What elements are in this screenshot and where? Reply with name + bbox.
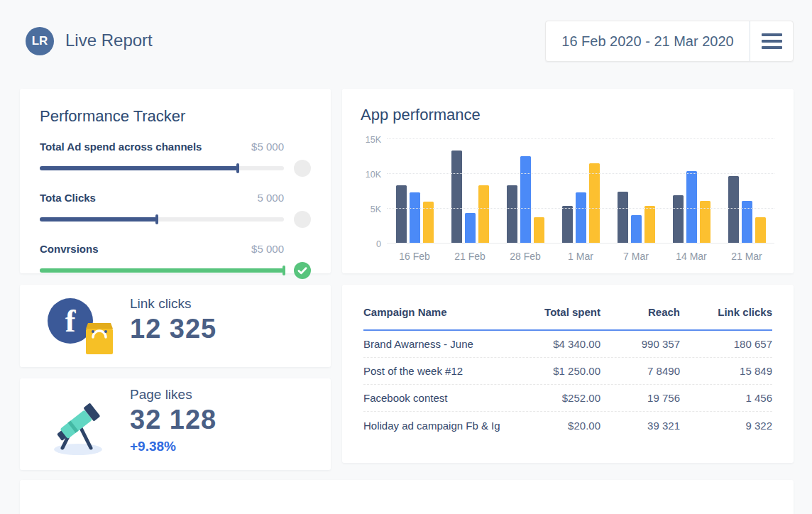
table-cell: Post of the week #12	[363, 365, 505, 377]
x-axis-tick: 7 Mar	[608, 251, 664, 262]
table-row[interactable]: Post of the week #12$1 250.007 849015 84…	[363, 358, 772, 385]
table-body: Brand Awarness - June$4 340.00990 357180…	[363, 331, 772, 439]
table-row[interactable]: Brand Awarness - June$4 340.00990 357180…	[363, 331, 772, 358]
app-performance-card: App performance 05K10K15K 16 Feb21 Feb28…	[342, 89, 794, 273]
slider-handle[interactable]	[155, 214, 158, 224]
column-header[interactable]: Total spent	[505, 306, 600, 318]
slider-handle[interactable]	[282, 266, 285, 275]
slider-list: Total Ad spend across channels$5 000Tota…	[40, 141, 311, 279]
telescope-icon	[48, 387, 116, 461]
gridline	[387, 173, 774, 174]
x-axis-tick: 16 Feb	[387, 251, 442, 262]
table-cell: 7 8490	[600, 365, 680, 377]
series-dark-bar[interactable]	[562, 206, 573, 244]
page-title: Live Report	[65, 31, 153, 50]
performance-tracker-card: Performance Tracker Total Ad spend acros…	[20, 89, 331, 273]
series-blue-bar[interactable]	[576, 192, 586, 244]
slider-track[interactable]	[40, 217, 284, 222]
slider-head: Convrsions$5 000	[40, 243, 311, 255]
table-cell: 15 849	[680, 365, 772, 377]
slider-label: Convrsions	[40, 243, 99, 255]
series-blue-bar[interactable]	[410, 192, 420, 244]
table-cell: 19 756	[600, 392, 680, 404]
hamburger-icon	[762, 40, 782, 43]
series-yellow-bar[interactable]	[755, 217, 766, 244]
slider-fill	[40, 166, 238, 170]
column-header[interactable]: Reach	[600, 306, 680, 318]
page-likes-card: Page likes 32 128 +9.38%	[20, 378, 331, 470]
status-circle-icon	[294, 160, 311, 177]
header-controls: 16 Feb 2020 - 21 Mar 2020	[545, 21, 794, 62]
link-clicks-stat: Link clicks 12 325	[130, 296, 216, 344]
column-header[interactable]: Link clicks	[680, 306, 772, 318]
chart-plot-area: 05K10K15K	[387, 139, 774, 244]
series-dark-bar[interactable]	[451, 151, 462, 244]
series-blue-bar[interactable]	[465, 213, 476, 244]
table-cell: 9 322	[680, 420, 772, 432]
slider-label: Tota Clicks	[40, 192, 96, 204]
date-range-picker[interactable]: 16 Feb 2020 - 21 Mar 2020	[546, 21, 750, 61]
slider-track[interactable]	[40, 166, 284, 170]
y-axis-tick: 15K	[354, 135, 381, 145]
bar-group	[387, 185, 442, 244]
stat-label: Link clicks	[130, 296, 216, 312]
slider-head: Tota Clicks5 000	[40, 192, 311, 204]
stat-delta: +9.38%	[130, 439, 216, 454]
series-yellow-bar[interactable]	[589, 163, 600, 244]
x-axis-tick: 21 Feb	[442, 251, 498, 262]
series-dark-bar[interactable]	[728, 176, 739, 244]
bar-group	[498, 156, 553, 244]
svg-text:f: f	[65, 304, 77, 339]
slider-fill	[40, 217, 157, 222]
slider-row: Total Ad spend across channels$5 000	[40, 141, 311, 177]
link-clicks-card: f Link clicks 12 325	[20, 285, 331, 367]
table-cell: 39 321	[600, 420, 680, 432]
slider-line	[40, 160, 311, 177]
column-header[interactable]: Campaign Name	[363, 306, 505, 318]
stat-label: Page likes	[130, 387, 216, 403]
gridline	[387, 138, 774, 139]
table-cell: Brand Awarness - June	[363, 338, 505, 350]
table-cell: $252.00	[505, 392, 600, 404]
table-cell: $4 340.00	[505, 338, 600, 350]
series-yellow-bar[interactable]	[644, 206, 655, 244]
series-yellow-bar[interactable]	[534, 217, 544, 244]
slider-track[interactable]	[40, 268, 284, 273]
slider-line	[40, 211, 311, 228]
series-dark-bar[interactable]	[618, 192, 628, 244]
bottom-card	[20, 480, 794, 514]
stat-value: 32 128	[130, 405, 216, 435]
x-axis-labels: 16 Feb21 Feb28 Feb1 Mar7 Mar14 Mar21 Mar	[387, 251, 774, 262]
status-circle-icon	[294, 211, 311, 228]
slider-label: Total Ad spend across channels	[40, 141, 202, 153]
table-row[interactable]: Holiday ad campaign Fb & Ig$20.0039 3219…	[363, 412, 772, 439]
bar-groups	[387, 139, 774, 244]
bar-group	[553, 163, 608, 244]
bar-group	[719, 176, 774, 244]
slider-line	[40, 262, 311, 279]
stat-value: 12 325	[130, 314, 216, 344]
x-axis-tick: 14 Mar	[664, 251, 719, 262]
slider-value: $5 000	[251, 243, 284, 255]
series-dark-bar[interactable]	[673, 195, 684, 244]
table-cell: Holiday ad campaign Fb & Ig	[363, 420, 505, 432]
bar-group	[442, 151, 498, 244]
slider-row: Tota Clicks5 000	[40, 192, 311, 228]
y-axis-tick: 5K	[354, 204, 381, 214]
hamburger-icon	[762, 33, 782, 36]
series-yellow-bar[interactable]	[478, 185, 489, 244]
slider-value: $5 000	[251, 141, 284, 153]
y-axis-tick: 0	[354, 239, 381, 249]
check-icon	[294, 262, 311, 279]
series-dark-bar[interactable]	[507, 185, 517, 244]
page-likes-stat: Page likes 32 128 +9.38%	[130, 387, 216, 454]
slider-handle[interactable]	[236, 163, 239, 173]
slider-head: Total Ad spend across channels$5 000	[40, 141, 311, 153]
series-blue-bar[interactable]	[631, 215, 642, 244]
table-row[interactable]: Facebook contest$252.0019 7561 456	[363, 385, 772, 412]
hamburger-menu-button[interactable]	[750, 21, 793, 61]
x-axis-tick: 21 Mar	[719, 251, 774, 262]
series-blue-bar[interactable]	[520, 156, 531, 244]
gridline	[387, 243, 774, 244]
series-dark-bar[interactable]	[396, 185, 407, 244]
